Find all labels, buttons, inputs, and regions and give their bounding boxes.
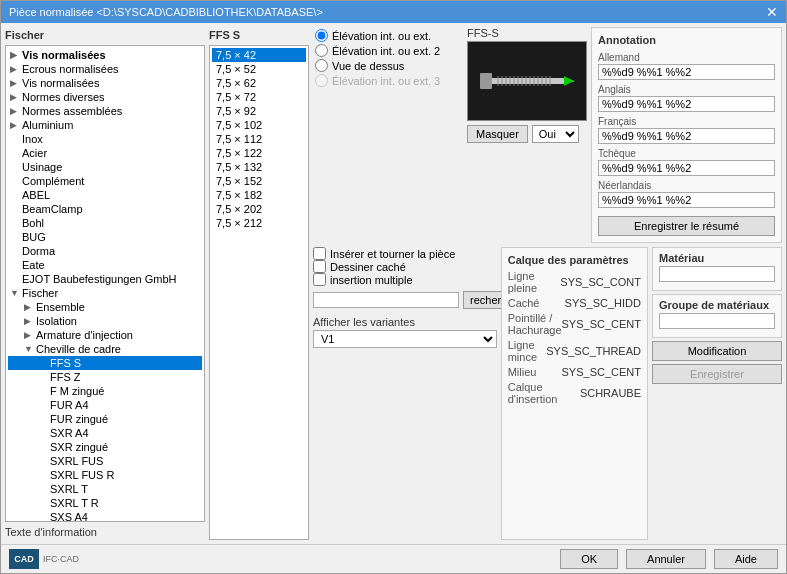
enregistrer-button[interactable]: Enregistrer <box>652 364 782 384</box>
tree-expand-ensemble[interactable]: ▶ <box>24 302 34 312</box>
bottom-btn-annuler[interactable]: Annuler <box>626 549 706 569</box>
tree-item-armature-inj[interactable]: ▶Armature d'injection <box>8 328 202 342</box>
list-item-5[interactable]: 7,5 × 102 <box>212 118 306 132</box>
rechercher-input[interactable] <box>313 292 459 308</box>
title-bar: Pièce normalisée <D:\SYSCAD\CADBIBLIOTHE… <box>1 1 786 23</box>
tree-item-ejot[interactable]: EJOT Baubefestigungen GmbH <box>8 272 202 286</box>
list-item-2[interactable]: 7,5 × 62 <box>212 76 306 90</box>
radio-option-elev-int-ext[interactable]: Élévation int. ou ext. <box>315 29 461 42</box>
checkbox-option-dessiner-cache[interactable]: Dessiner caché <box>313 260 497 273</box>
list-item-9[interactable]: 7,5 × 152 <box>212 174 306 188</box>
enregistrer-resume-button[interactable]: Enregistrer le résumé <box>598 216 775 236</box>
tree-item-sxrl-t-r[interactable]: SXRL T R <box>8 496 202 510</box>
list-item-4[interactable]: 7,5 × 92 <box>212 104 306 118</box>
tree-item-normes-ass[interactable]: ▶Normes assemblées <box>8 104 202 118</box>
checkbox-inserer-tourner[interactable] <box>313 247 326 260</box>
tree-expand-vis-norm2[interactable]: ▶ <box>10 78 20 88</box>
tree-expand-armature-inj[interactable]: ▶ <box>24 330 34 340</box>
tree-item-fm-zingue[interactable]: F M zingué <box>8 384 202 398</box>
tree-item-sxrl-t[interactable]: SXRL T <box>8 482 202 496</box>
annotation-input-allemand[interactable] <box>598 64 775 80</box>
tree-item-complement[interactable]: Complément <box>8 174 202 188</box>
tree-item-inox[interactable]: Inox <box>8 132 202 146</box>
tree-item-ensemble[interactable]: ▶Ensemble <box>8 300 202 314</box>
list-container[interactable]: 7,5 × 427,5 × 527,5 × 627,5 × 727,5 × 92… <box>209 45 309 540</box>
tree-expand-normes-ass[interactable]: ▶ <box>10 106 20 116</box>
tree-label-fm-zingue: F M zingué <box>50 385 104 397</box>
bottom-btn-aide[interactable]: Aide <box>714 549 778 569</box>
tree-item-sxrl-fus-r[interactable]: SXRL FUS R <box>8 468 202 482</box>
radio-input-elev-int-ext[interactable] <box>315 29 328 42</box>
tree-item-normes[interactable]: ▶Normes diverses <box>8 90 202 104</box>
tree-item-ecrous[interactable]: ▶Ecrous normalisées <box>8 62 202 76</box>
tree-item-bohl[interactable]: Bohl <box>8 216 202 230</box>
calque-row-ligne-mince: Ligne minceSYS_SC_THREAD <box>508 339 641 363</box>
masquer-button[interactable]: Masquer <box>467 125 528 143</box>
variantes-select[interactable]: V1 <box>313 330 497 348</box>
tree-item-aluminium[interactable]: ▶Aluminium <box>8 118 202 132</box>
radio-input-vue-dessus[interactable] <box>315 59 328 72</box>
tree-expand-isolation[interactable]: ▶ <box>24 316 34 326</box>
checkbox-option-inserer-tourner[interactable]: Insérer et tourner la pièce <box>313 247 497 260</box>
tree-item-acier[interactable]: Acier <box>8 146 202 160</box>
tree-item-beamclamp[interactable]: BeamClamp <box>8 202 202 216</box>
list-item-7[interactable]: 7,5 × 122 <box>212 146 306 160</box>
checkbox-option-insertion-multiple[interactable]: insertion multiple <box>313 273 497 286</box>
oui-select[interactable]: Oui Non <box>532 125 579 143</box>
annotation-input-français[interactable] <box>598 128 775 144</box>
list-item-12[interactable]: 7,5 × 212 <box>212 216 306 230</box>
bottom-btn-ok[interactable]: OK <box>560 549 618 569</box>
list-item-11[interactable]: 7,5 × 202 <box>212 202 306 216</box>
radio-option-elev-int-ext2[interactable]: Élévation int. ou ext. 2 <box>315 44 461 57</box>
tree-container[interactable]: ▶Vis normalisées▶Ecrous normalisées▶Vis … <box>5 45 205 522</box>
tree-label-fur-zingue: FUR zingué <box>50 413 108 425</box>
annotation-input-anglais[interactable] <box>598 96 775 112</box>
tree-item-usinage[interactable]: Usinage <box>8 160 202 174</box>
tree-item-ffs-z[interactable]: FFS Z <box>8 370 202 384</box>
svg-rect-17 <box>480 73 492 89</box>
list-item-6[interactable]: 7,5 × 112 <box>212 132 306 146</box>
annotation-input-tchèque[interactable] <box>598 160 775 176</box>
tree-item-bug[interactable]: BUG <box>8 230 202 244</box>
tree-label-aluminium: Aluminium <box>22 119 73 131</box>
tree-expand-cheville[interactable]: ▼ <box>24 344 34 354</box>
tree-item-fur-a4[interactable]: FUR A4 <box>8 398 202 412</box>
tree-expand-normes[interactable]: ▶ <box>10 92 20 102</box>
radio-option-vue-dessus[interactable]: Vue de dessus <box>315 59 461 72</box>
variantes-row: Afficher les variantes V1 <box>313 316 497 348</box>
tree-item-sxr-zingue[interactable]: SXR zingué <box>8 440 202 454</box>
tree-expand-vis-norm[interactable]: ▶ <box>10 50 20 60</box>
tree-item-eate[interactable]: Eate <box>8 258 202 272</box>
tree-expand-aluminium[interactable]: ▶ <box>10 120 20 130</box>
radio-input-elev-int-ext3[interactable] <box>315 74 328 87</box>
list-item-1[interactable]: 7,5 × 52 <box>212 62 306 76</box>
checkbox-insertion-multiple[interactable] <box>313 273 326 286</box>
tree-item-vis-norm2[interactable]: ▶Vis normalisées <box>8 76 202 90</box>
tree-item-isolation[interactable]: ▶Isolation <box>8 314 202 328</box>
main-content: Fischer ▶Vis normalisées▶Ecrous normalis… <box>1 23 786 544</box>
tree-item-fur-zingue[interactable]: FUR zingué <box>8 412 202 426</box>
tree-item-vis-norm[interactable]: ▶Vis normalisées <box>8 48 202 62</box>
tree-item-sxs-a4[interactable]: SXS A4 <box>8 510 202 522</box>
checkbox-dessiner-cache[interactable] <box>313 260 326 273</box>
modification-button[interactable]: Modification <box>652 341 782 361</box>
tree-item-cheville[interactable]: ▼Cheville de cadre <box>8 342 202 356</box>
tree-label-bohl: Bohl <box>22 217 44 229</box>
tree-expand-ecrous[interactable]: ▶ <box>10 64 20 74</box>
radio-option-elev-int-ext3[interactable]: Élévation int. ou ext. 3 <box>315 74 461 87</box>
tree-label-sxrl-t: SXRL T <box>50 483 88 495</box>
radio-input-elev-int-ext2[interactable] <box>315 44 328 57</box>
list-item-8[interactable]: 7,5 × 132 <box>212 160 306 174</box>
list-item-3[interactable]: 7,5 × 72 <box>212 90 306 104</box>
tree-item-dorma[interactable]: Dorma <box>8 244 202 258</box>
annotation-input-néerlandais[interactable] <box>598 192 775 208</box>
list-item-10[interactable]: 7,5 × 182 <box>212 188 306 202</box>
tree-item-sxr-a4[interactable]: SXR A4 <box>8 426 202 440</box>
close-button[interactable]: ✕ <box>766 5 778 19</box>
tree-item-ffs-s[interactable]: FFS S <box>8 356 202 370</box>
tree-item-abel[interactable]: ABEL <box>8 188 202 202</box>
list-item-0[interactable]: 7,5 × 42 <box>212 48 306 62</box>
tree-item-fischer[interactable]: ▼Fischer <box>8 286 202 300</box>
tree-expand-fischer[interactable]: ▼ <box>10 288 20 298</box>
tree-item-sxrl-fus[interactable]: SXRL FUS <box>8 454 202 468</box>
